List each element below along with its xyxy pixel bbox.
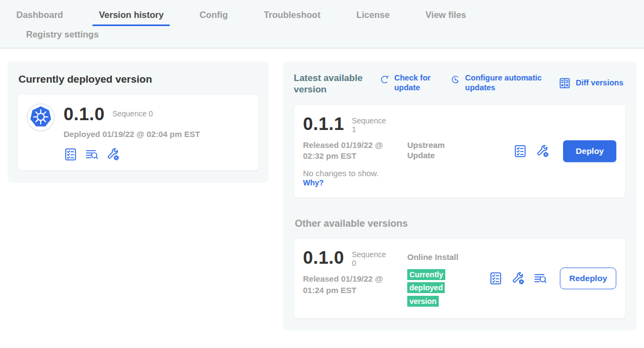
redeploy-button[interactable]: Redeploy [560,268,616,289]
other-version-card: 0.1.0 Sequence 0 Released 01/19/22 @ 01:… [294,238,626,319]
sequence-label: Sequence 0 [112,109,153,118]
version-source: Online Install [407,252,471,263]
preflight-checklist-icon[interactable] [513,144,527,158]
deploy-button[interactable]: Deploy [563,140,616,162]
panel-actions: Check for update Configure automatic upd… [378,73,623,92]
tab-dashboard[interactable]: Dashboard [10,8,70,26]
edit-config-icon[interactable] [535,144,550,158]
deployed-version-body: 0.1.0 Sequence 0 Deployed 01/19/22 @ 02:… [64,103,200,161]
kubernetes-logo-icon [27,103,55,132]
deployed-version-card: 0.1.0 Sequence 0 Deployed 01/19/22 @ 02:… [17,94,259,171]
nav-row-2: Registry settings [20,26,644,48]
latest-version-card: 0.1.1 Sequence 1 Released 01/19/22 @ 02:… [294,104,626,198]
currently-deployed-badge-wrap: Currently deployed version [407,268,449,308]
version-number: 0.1.0 [303,248,344,266]
deploy-logs-icon[interactable] [533,271,547,285]
version-number: 0.1.0 [64,105,105,123]
why-link[interactable]: Why? [303,178,324,187]
preflight-checklist-icon[interactable] [489,271,503,285]
diff-icon [558,77,571,90]
edit-config-icon[interactable] [511,271,525,285]
version-number: 0.1.1 [303,115,344,133]
check-for-update-link[interactable]: Check for update [378,73,438,92]
tab-troubleshoot[interactable]: Troubleshoot [257,8,327,26]
currently-deployed-panel: Currently deployed version 0.1.0 Sequenc… [8,61,269,183]
edit-config-icon[interactable] [106,147,120,161]
other-available-title: Other available versions [295,218,624,229]
auto-update-icon [450,74,461,85]
nav-row-1: Dashboard Version history Config Trouble… [10,8,644,26]
version-source: Upstream Update [407,140,471,161]
configure-automatic-updates-link[interactable]: Configure automatic updates [450,73,547,92]
no-changes-text: No changes to show. [303,169,407,178]
tab-config[interactable]: Config [193,8,234,26]
diff-versions-link[interactable]: Diff versions [558,73,623,92]
deploy-logs-icon[interactable] [85,147,99,161]
tab-registry-settings[interactable]: Registry settings [20,26,105,48]
version-history-page: Currently deployed version 0.1.0 Sequenc… [0,48,644,331]
latest-available-title: Latest available version [294,72,371,96]
tab-version-history[interactable]: Version history [92,8,170,26]
sequence-label: Sequence 0 [352,248,391,268]
currently-deployed-title: Currently deployed version [18,73,259,85]
tab-license[interactable]: License [350,8,396,26]
tab-view-files[interactable]: View files [419,8,473,26]
deployed-timestamp: Deployed 01/19/22 @ 02:04 pm EST [64,129,200,140]
top-nav: Dashboard Version history Config Trouble… [0,0,644,48]
check-update-icon [378,74,390,85]
available-versions-panel: Latest available version Check for updat… [283,61,636,331]
released-timestamp: Released 01/19/22 @ 01:24 pm EST [303,274,402,296]
preflight-checklist-icon[interactable] [64,147,78,161]
released-timestamp: Released 01/19/22 @ 02:32 pm EST [303,140,402,162]
currently-deployed-badge: Currently deployed version [407,269,445,307]
sequence-label: Sequence 1 [352,115,391,134]
